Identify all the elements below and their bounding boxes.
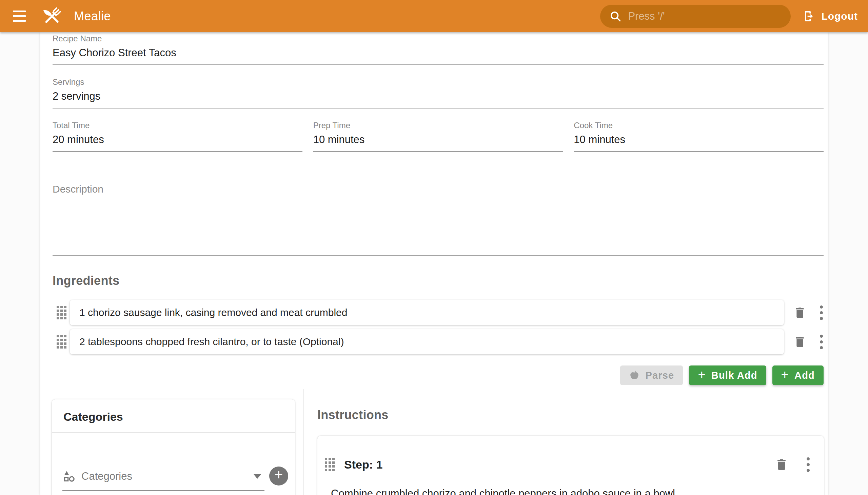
kebab-menu-icon[interactable]	[817, 304, 826, 321]
ingredient-actions: Parse + Bulk Add + Add	[620, 365, 823, 385]
description-field: Description	[53, 183, 823, 256]
categories-heading: Categories	[52, 399, 295, 433]
mealie-recipe-editor: Mealie Logout Recipe Name Servings	[0, 0, 868, 495]
prep-time-field: Prep Time	[313, 121, 563, 152]
parse-button[interactable]: Parse	[620, 365, 683, 385]
add-category-button[interactable]: +	[269, 466, 288, 485]
column-divider	[304, 389, 304, 495]
app-title: Mealie	[74, 9, 111, 23]
total-time-input[interactable]	[53, 130, 303, 152]
plus-icon: +	[698, 368, 705, 381]
instruction-step-card: Step: 1 Combine crumbled chorizo and chi…	[317, 436, 824, 495]
trash-icon	[793, 335, 807, 349]
cook-time-field: Cook Time	[574, 121, 823, 152]
add-ingredient-button[interactable]: + Add	[772, 365, 823, 385]
cook-time-input[interactable]	[574, 130, 823, 152]
search-input[interactable]	[628, 10, 782, 22]
ingredient-input[interactable]	[70, 307, 784, 318]
parse-label: Parse	[645, 370, 674, 381]
search-icon	[609, 10, 622, 23]
servings-field: Servings	[53, 77, 823, 108]
time-fields-row: Total Time Prep Time Cook Time	[53, 121, 823, 152]
logout-label: Logout	[821, 11, 858, 22]
delete-step-button[interactable]	[774, 457, 789, 472]
plus-icon: +	[781, 368, 789, 381]
drag-handle-icon[interactable]	[325, 458, 335, 471]
bulk-add-button[interactable]: + Bulk Add	[689, 365, 766, 385]
menu-icon[interactable]	[13, 5, 35, 27]
prep-time-input[interactable]	[313, 130, 563, 152]
logout-button[interactable]: Logout	[802, 10, 858, 23]
trash-icon	[793, 306, 807, 320]
recipe-name-field: Recipe Name	[53, 34, 823, 65]
drag-handle-icon[interactable]	[57, 306, 66, 319]
recipe-editor-card: Recipe Name Servings Total Time Prep Tim…	[40, 32, 828, 495]
ingredients-heading: Ingredients	[53, 274, 823, 288]
mealie-logo-icon	[40, 4, 64, 28]
dropdown-caret-icon	[254, 474, 261, 479]
ingredient-input[interactable]	[70, 336, 784, 347]
servings-input[interactable]	[53, 87, 823, 108]
total-time-label: Total Time	[53, 121, 303, 130]
kebab-menu-icon[interactable]	[804, 456, 812, 473]
categories-select[interactable]: Categories	[62, 462, 265, 491]
delete-ingredient-button[interactable]	[793, 335, 807, 349]
step-text[interactable]: Combine crumbled chorizo and chipotle pe…	[331, 486, 809, 495]
instructions-heading: Instructions	[317, 408, 389, 422]
search-bar[interactable]	[600, 5, 791, 28]
shapes-icon	[62, 470, 76, 483]
trash-icon	[774, 457, 789, 472]
prep-time-label: Prep Time	[313, 121, 563, 130]
step-title: Step: 1	[344, 458, 774, 471]
plus-icon: +	[275, 466, 283, 483]
drag-handle-icon[interactable]	[57, 335, 66, 348]
description-label: Description	[53, 183, 823, 195]
recipe-name-label: Recipe Name	[53, 34, 823, 44]
add-label: Add	[795, 370, 815, 381]
servings-label: Servings	[53, 77, 823, 87]
delete-ingredient-button[interactable]	[793, 306, 807, 320]
kebab-menu-icon[interactable]	[817, 333, 826, 351]
cook-time-label: Cook Time	[574, 121, 823, 130]
bulk-add-label: Bulk Add	[711, 370, 758, 381]
total-time-field: Total Time	[53, 121, 303, 152]
ingredient-row	[57, 300, 826, 325]
apple-icon	[629, 370, 640, 381]
logout-icon	[802, 10, 816, 23]
categories-select-label: Categories	[81, 470, 254, 482]
ingredient-row	[57, 329, 826, 355]
ingredient-card	[70, 300, 784, 325]
ingredient-card	[70, 329, 784, 354]
recipe-name-input[interactable]	[53, 44, 823, 65]
app-header: Mealie Logout	[0, 0, 868, 32]
description-textarea[interactable]	[53, 195, 823, 256]
step-header: Step: 1	[325, 453, 812, 476]
categories-card: Categories Categories +	[52, 399, 295, 495]
